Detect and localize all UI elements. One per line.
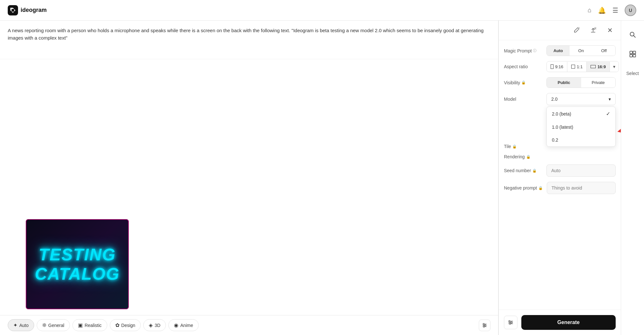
edit-lock-icon (573, 27, 580, 33)
style-btn-3d[interactable]: ◈ 3D (143, 319, 166, 331)
style-label-realistic: Realistic (85, 323, 102, 328)
logo-text: ideogram (21, 7, 47, 14)
magic-prompt-on-btn[interactable]: On (570, 46, 592, 56)
right-panel: ✕ Magic Prompt ⓘ Auto On Off (498, 21, 621, 335)
style-btn-realistic[interactable]: ▣ Realistic (72, 319, 107, 331)
svg-point-13 (511, 322, 512, 323)
style-btn-auto[interactable]: ✦ Auto (8, 319, 34, 331)
prompt-text: A news reporting room with a person who … (8, 27, 490, 42)
model-chevron-icon: ▾ (609, 97, 611, 102)
seed-number-label: Seed number 🔒 (504, 168, 543, 173)
magic-prompt-off-btn[interactable]: Off (592, 46, 615, 56)
logo-icon (8, 5, 18, 15)
panel-header: ✕ (499, 21, 621, 40)
search-icon-btn[interactable] (626, 28, 639, 41)
aspect-expand-btn[interactable]: ▾ (610, 61, 619, 72)
landscape-icon (591, 65, 596, 68)
visibility-row: Visibility 🔒 Public Private (504, 77, 616, 88)
bell-icon[interactable]: 🔔 (598, 6, 606, 14)
auto-icon: ✦ (13, 322, 17, 328)
neon-text-line1: TESTING (39, 245, 116, 264)
negative-prompt-lock-icon: 🔒 (538, 186, 543, 190)
general-icon: ❊ (42, 322, 46, 328)
visibility-private-btn[interactable]: Private (581, 78, 616, 88)
model-control: 2.0 ▾ 2.0 (beta) ✓ 1.0 (latest) 0. (546, 93, 616, 105)
negative-prompt-label: Negative prompt 🔒 (504, 185, 543, 191)
seed-lock-icon: 🔒 (532, 169, 537, 173)
style-btn-general[interactable]: ❊ General (37, 319, 70, 331)
model-row: Model 2.0 ▾ 2.0 (beta) ✓ 1.0 (lat (504, 93, 616, 105)
image-preview: TESTING CATALOG (26, 219, 129, 309)
aspect-ratio-row: Aspect ratio 9:16 1:1 (504, 61, 616, 72)
svg-point-4 (483, 323, 484, 325)
seed-number-control (546, 164, 616, 177)
magic-prompt-label: Magic Prompt ⓘ (504, 48, 543, 53)
svg-point-12 (509, 321, 510, 322)
upload-lock-icon (590, 27, 596, 33)
svg-point-15 (630, 32, 634, 36)
settings-button[interactable] (479, 320, 490, 331)
style-btn-anime[interactable]: ◉ Anime (168, 319, 199, 331)
rendering-lock-icon: 🔒 (526, 155, 531, 159)
3d-icon: ◈ (149, 322, 153, 328)
svg-rect-17 (633, 51, 636, 54)
panel-body: Magic Prompt ⓘ Auto On Off Aspect ratio (499, 40, 621, 310)
visibility-control: Public Private (546, 77, 616, 88)
magic-prompt-info-icon[interactable]: ⓘ (533, 48, 536, 53)
realistic-icon: ▣ (78, 322, 83, 328)
logo[interactable]: ideogram (8, 5, 47, 15)
aspect-ratio-label: Aspect ratio (504, 64, 543, 69)
svg-point-5 (485, 325, 486, 326)
main-layout: A news reporting room with a person who … (0, 21, 644, 335)
filter-settings-button[interactable] (504, 316, 517, 329)
negative-prompt-control (547, 182, 616, 194)
neon-text-line2: CATALOG (35, 264, 119, 284)
filter-icon (508, 320, 514, 325)
upload-lock-button[interactable] (587, 24, 599, 36)
visibility-public-btn[interactable]: Public (547, 78, 581, 88)
search-icon (629, 31, 636, 38)
rendering-row: Rendering 🔒 (504, 154, 616, 159)
svg-rect-16 (630, 51, 632, 54)
prompt-area: A news reporting room with a person who … (0, 21, 498, 59)
top-nav: ideogram ⌂ 🔔 ☰ U (0, 0, 644, 21)
portrait-icon (551, 64, 554, 69)
check-icon: ✓ (606, 111, 610, 117)
negative-prompt-row: Negative prompt 🔒 (504, 182, 616, 194)
seed-number-input[interactable] (546, 164, 616, 177)
menu-icon[interactable]: ☰ (612, 6, 618, 14)
avatar[interactable]: U (625, 5, 636, 16)
rendering-label: Rendering 🔒 (504, 154, 543, 159)
red-arrow (614, 119, 621, 138)
panel-footer: Generate (499, 310, 621, 335)
model-label: Model (504, 97, 543, 102)
aspect-btn-16-9[interactable]: 16:9 (587, 62, 610, 72)
generate-button[interactable]: Generate (521, 315, 616, 330)
home-icon[interactable]: ⌂ (588, 6, 592, 14)
grid-icon-btn[interactable] (626, 48, 639, 60)
nav-right: ⌂ 🔔 ☰ U (588, 5, 636, 16)
model-option-0-2[interactable]: 0.2 (547, 134, 615, 146)
style-label-auto: Auto (19, 323, 29, 328)
model-option-2-0-beta[interactable]: 2.0 (beta) ✓ (547, 107, 615, 121)
style-btn-design[interactable]: ✿ Design (110, 319, 141, 331)
tile-lock-icon: 🔒 (512, 144, 517, 149)
style-label-general: General (48, 323, 64, 328)
edit-lock-button[interactable] (571, 24, 582, 36)
design-icon: ✿ (115, 322, 119, 328)
model-select-button[interactable]: 2.0 ▾ (546, 93, 616, 105)
square-icon (571, 65, 575, 69)
svg-rect-18 (630, 54, 632, 57)
model-dropdown-menu: 2.0 (beta) ✓ 1.0 (latest) 0.2 (546, 107, 616, 147)
svg-point-14 (509, 323, 511, 324)
close-button[interactable]: ✕ (604, 24, 616, 36)
magic-prompt-auto-btn[interactable]: Auto (547, 46, 570, 56)
aspect-btn-1-1[interactable]: 1:1 (567, 62, 587, 72)
select-btn[interactable]: Select (625, 67, 640, 80)
aspect-btn-9-16[interactable]: 9:16 (547, 62, 567, 72)
style-bar: ✦ Auto ❊ General ▣ Realistic ✿ Design ◈ … (0, 315, 498, 335)
neon-image-bg: TESTING CATALOG (26, 219, 129, 309)
tile-label: Tile 🔒 (504, 144, 543, 149)
model-option-1-0-latest[interactable]: 1.0 (latest) (547, 121, 615, 134)
negative-prompt-input[interactable] (547, 182, 616, 194)
